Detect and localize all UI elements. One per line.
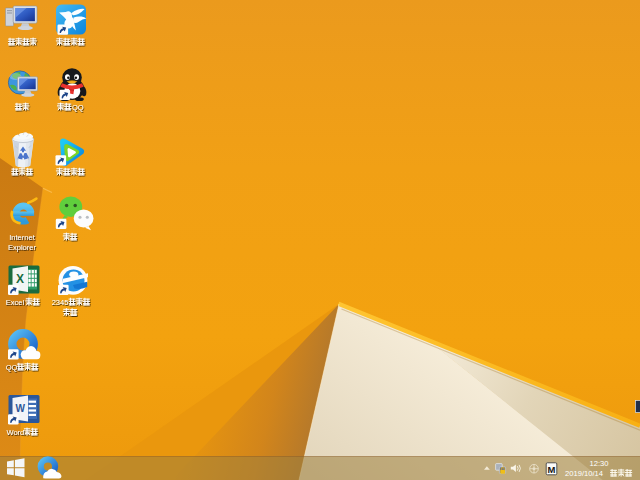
svg-text:2019/10/14: 2019/10/14 xyxy=(565,469,603,478)
svg-text:X: X xyxy=(16,272,24,286)
svg-text:QQ: QQ xyxy=(72,103,84,112)
svg-text:QQ: QQ xyxy=(6,363,18,372)
svg-text:Excel: Excel xyxy=(6,298,25,307)
svg-text:Explorer: Explorer xyxy=(8,243,36,252)
svg-text:Word: Word xyxy=(7,428,25,437)
svg-text:2345: 2345 xyxy=(52,298,69,307)
svg-text:Internet: Internet xyxy=(9,233,35,242)
svg-text:12:30: 12:30 xyxy=(589,459,608,468)
svg-text:W: W xyxy=(15,403,25,414)
svg-text:M: M xyxy=(548,464,556,475)
